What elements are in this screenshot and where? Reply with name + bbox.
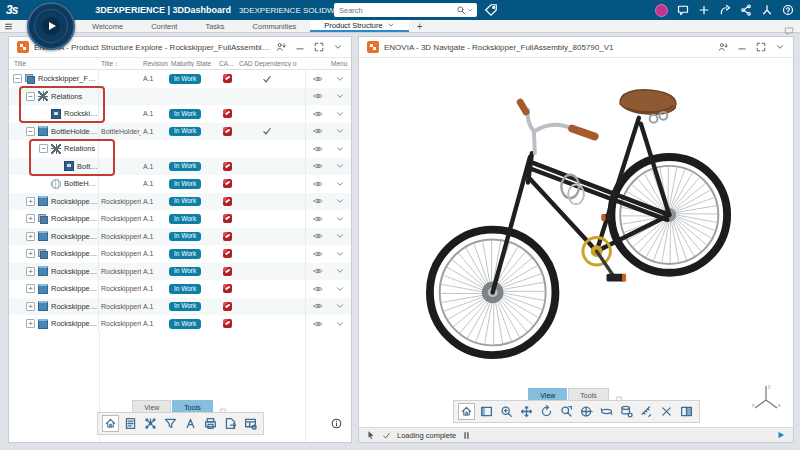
collapse-toggle[interactable]: − <box>26 92 35 101</box>
table-row[interactable]: −BottleHolder_BicycleBottleHolder_B...A.… <box>9 123 351 141</box>
visibility-eye-icon[interactable] <box>313 144 323 154</box>
table-row[interactable]: +Rockskipper650b_Fr...Rockskipper65...A.… <box>9 263 351 281</box>
search-box[interactable] <box>334 3 477 17</box>
part-title[interactable]: Rockskipper650b_Cr... <box>51 197 98 206</box>
minimize-icon[interactable] <box>295 42 305 52</box>
table-row[interactable]: +Rockskipper650b_F...Rockskipper65...A.1… <box>9 228 351 246</box>
visibility-eye-icon[interactable] <box>313 214 323 224</box>
table-row[interactable]: BottleHolder_Bic...A.1In Work <box>9 175 351 193</box>
zoom-icon[interactable] <box>498 403 515 420</box>
selection-cursor-icon[interactable] <box>366 430 376 440</box>
row-menu-chevron-icon[interactable] <box>335 109 345 119</box>
table-row[interactable]: −Rockskipper_FullAssem...A.1In Work <box>9 70 351 88</box>
zoom-area-icon[interactable] <box>558 403 575 420</box>
compass-play-icon[interactable] <box>42 17 60 35</box>
expand-toggle[interactable]: + <box>26 302 35 311</box>
visibility-eye-icon[interactable] <box>313 161 323 171</box>
database-icon[interactable] <box>618 403 635 420</box>
hamburger-menu-icon[interactable] <box>0 20 16 32</box>
visibility-eye-icon[interactable] <box>313 249 323 259</box>
chat-icon[interactable] <box>677 4 689 16</box>
add-tab-button[interactable]: + <box>409 20 431 32</box>
view-cube-icon[interactable] <box>578 403 595 420</box>
row-menu-chevron-icon[interactable] <box>335 144 345 154</box>
table-row[interactable]: +Rockskipper_Frame...Rockskipper65...A.1… <box>9 245 351 263</box>
expand-toggle[interactable]: + <box>26 319 35 328</box>
play-icon[interactable] <box>776 430 786 440</box>
visibility-eye-icon[interactable] <box>313 266 323 276</box>
visibility-eye-icon[interactable] <box>313 319 323 329</box>
avatar[interactable] <box>655 4 668 17</box>
table-row[interactable]: Rockskipper650...A.1In Work <box>9 105 351 123</box>
search-icon[interactable] <box>456 5 466 15</box>
part-title[interactable]: Rockskipper650b_H... <box>51 284 98 293</box>
expand-toggle[interactable]: + <box>26 249 35 258</box>
expand-toggle[interactable]: + <box>26 267 35 276</box>
table-settings-icon[interactable] <box>242 415 259 432</box>
part-title[interactable]: Rockskipper_FullAssem... <box>38 74 98 83</box>
column-header-revision[interactable]: Revision <box>141 60 169 67</box>
part-title[interactable]: Rockskipper650... <box>64 109 98 118</box>
expand-toggle[interactable]: + <box>26 284 35 293</box>
part-title[interactable]: Relations <box>64 144 95 153</box>
row-menu-chevron-icon[interactable] <box>335 161 345 171</box>
row-menu-chevron-icon[interactable] <box>335 319 345 329</box>
part-title[interactable]: Rockskipper650b_Fr... <box>51 267 98 276</box>
visibility-eye-icon[interactable] <box>313 301 323 311</box>
visibility-eye-icon[interactable] <box>313 74 323 84</box>
part-title[interactable]: BottleHolder... <box>77 162 98 171</box>
tab-content[interactable]: Content <box>137 20 191 32</box>
panel-menu-chevron-icon[interactable] <box>775 42 785 52</box>
part-title[interactable]: Rockskipper_Frame... <box>51 249 98 258</box>
home-icon[interactable] <box>102 415 119 432</box>
table-row[interactable]: +Rockskipper650b_H...Rockskipper65...A.1… <box>9 280 351 298</box>
part-title[interactable]: Rockskipper650b_R... <box>51 302 98 311</box>
search-input[interactable] <box>337 5 456 16</box>
tab-welcome[interactable]: Welcome <box>78 20 137 32</box>
part-title[interactable]: Rockskipper_ForkAs... <box>51 214 98 223</box>
filter-icon[interactable] <box>162 415 179 432</box>
visibility-eye-icon[interactable] <box>313 196 323 206</box>
column-header-ca[interactable]: CA... <box>217 60 237 67</box>
help-icon[interactable] <box>782 4 794 16</box>
maximize-icon[interactable] <box>314 42 324 52</box>
tab-chevron-icon[interactable] <box>387 21 395 29</box>
table-row[interactable]: +Rockskipper_ForkAs...Rockskipper65...A.… <box>9 210 351 228</box>
3dexperience-compass[interactable] <box>27 2 75 50</box>
favorite-heart-icon[interactable] <box>614 390 624 400</box>
visibility-eye-icon[interactable] <box>313 91 323 101</box>
column-header-title[interactable]: Title ↕ <box>99 60 141 67</box>
window-icon[interactable] <box>478 403 495 420</box>
share-person-icon[interactable] <box>276 42 286 52</box>
search-options-chevron-icon[interactable] <box>466 6 474 14</box>
form-icon[interactable] <box>122 415 139 432</box>
visibility-eye-icon[interactable] <box>313 109 323 119</box>
row-menu-chevron-icon[interactable] <box>335 249 345 259</box>
part-title[interactable]: BottleHolder_Bic... <box>64 179 98 188</box>
visibility-eye-icon[interactable] <box>313 231 323 241</box>
row-menu-chevron-icon[interactable] <box>335 196 345 206</box>
part-title[interactable]: Rockskipper650b_F... <box>51 232 98 241</box>
collapse-toggle[interactable]: − <box>13 74 22 83</box>
table-row[interactable]: +Rockskipper650b_R...Rockskipper65...A.1… <box>9 298 351 316</box>
table-row[interactable]: +Rockskipper650b_S...Rockskipper65...A.1… <box>9 315 351 333</box>
share-arrow-icon[interactable] <box>719 4 731 16</box>
tab-product-structure[interactable]: Product Structure <box>310 20 408 32</box>
table-row[interactable]: BottleHolder...A.1In Work <box>9 158 351 176</box>
maximize-icon[interactable] <box>756 42 766 52</box>
expand-toggle[interactable]: + <box>26 214 35 223</box>
row-menu-chevron-icon[interactable] <box>335 231 345 241</box>
measure-icon[interactable] <box>638 403 655 420</box>
part-title[interactable]: BottleHolder_Bicycle <box>51 127 98 136</box>
table-row[interactable]: +Rockskipper650b_Cr...Rockskipper65...A.… <box>9 193 351 211</box>
split-icon[interactable] <box>678 403 695 420</box>
tab-tasks[interactable]: Tasks <box>191 20 238 32</box>
panel-menu-chevron-icon[interactable] <box>333 42 343 52</box>
favorite-heart-icon[interactable] <box>218 402 228 412</box>
print-icon[interactable] <box>202 415 219 432</box>
turntable-icon[interactable] <box>598 403 615 420</box>
home-icon[interactable] <box>458 403 475 420</box>
row-menu-chevron-icon[interactable] <box>335 214 345 224</box>
share-nodes-icon[interactable] <box>740 4 752 16</box>
feedback-chat-icon[interactable] <box>784 22 794 32</box>
